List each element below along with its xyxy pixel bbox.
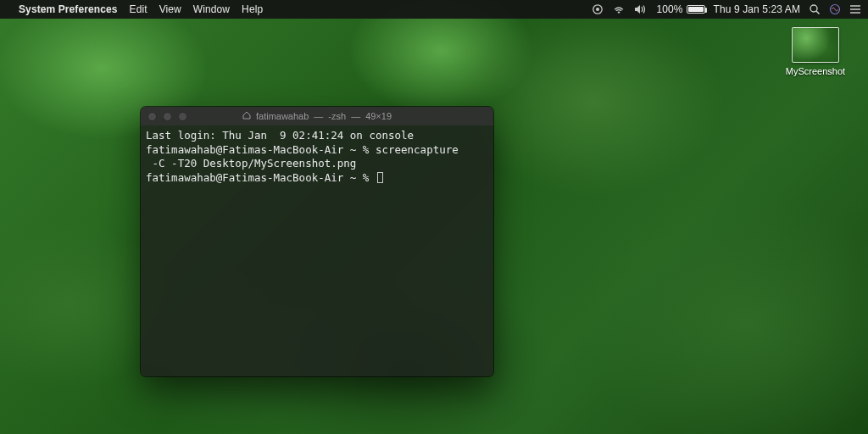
title-shell: -zsh xyxy=(328,111,346,121)
menu-view[interactable]: View xyxy=(159,3,181,15)
svg-point-2 xyxy=(810,5,817,12)
svg-line-3 xyxy=(816,11,820,14)
svg-point-1 xyxy=(596,8,599,11)
menu-help[interactable]: Help xyxy=(242,3,263,15)
terminal-line: Last login: Thu Jan 9 02:41:24 on consol… xyxy=(146,129,414,142)
window-zoom-button[interactable] xyxy=(178,112,187,121)
terminal-window[interactable]: fatimawahab — -zsh — 49×19 Last login: T… xyxy=(141,107,493,376)
battery-status[interactable]: 100% xyxy=(656,3,704,15)
terminal-prompt: fatimawahab@Fatimas-MacBook-Air ~ % xyxy=(146,171,376,184)
window-minimize-button[interactable] xyxy=(163,112,172,121)
clock[interactable]: Thu 9 Jan 5:23 AM xyxy=(714,3,800,15)
battery-percent-label: 100% xyxy=(656,3,682,15)
terminal-line: fatimawahab@Fatimas-MacBook-Air ~ % scre… xyxy=(146,143,459,156)
spotlight-icon[interactable] xyxy=(809,3,821,15)
menu-window[interactable]: Window xyxy=(193,3,230,15)
siri-icon[interactable] xyxy=(829,3,841,15)
desktop-file-myscreenshot[interactable]: MyScreenshot xyxy=(783,27,848,76)
menubar: System Preferences Edit View Window Help… xyxy=(0,0,868,19)
app-menu[interactable]: System Preferences xyxy=(19,3,118,15)
file-label: MyScreenshot xyxy=(783,66,848,76)
volume-icon[interactable] xyxy=(634,4,648,14)
quicktime-icon[interactable] xyxy=(592,3,604,15)
terminal-titlebar[interactable]: fatimawahab — -zsh — 49×19 xyxy=(141,107,493,125)
notification-center-icon[interactable] xyxy=(849,4,861,14)
desktop: System Preferences Edit View Window Help… xyxy=(0,0,868,434)
wifi-icon[interactable] xyxy=(612,4,626,14)
battery-icon xyxy=(687,5,705,14)
window-close-button[interactable] xyxy=(147,112,157,121)
title-user: fatimawahab xyxy=(256,111,309,121)
terminal-cursor xyxy=(377,172,383,183)
menu-edit[interactable]: Edit xyxy=(130,3,147,15)
home-icon xyxy=(242,111,251,121)
terminal-line: -C -T20 Desktop/MyScreenshot.png xyxy=(146,157,356,170)
terminal-body[interactable]: Last login: Thu Jan 9 02:41:24 on consol… xyxy=(141,125,493,188)
file-thumbnail xyxy=(792,27,839,63)
title-size: 49×19 xyxy=(365,111,392,121)
terminal-title: fatimawahab — -zsh — 49×19 xyxy=(242,111,392,121)
